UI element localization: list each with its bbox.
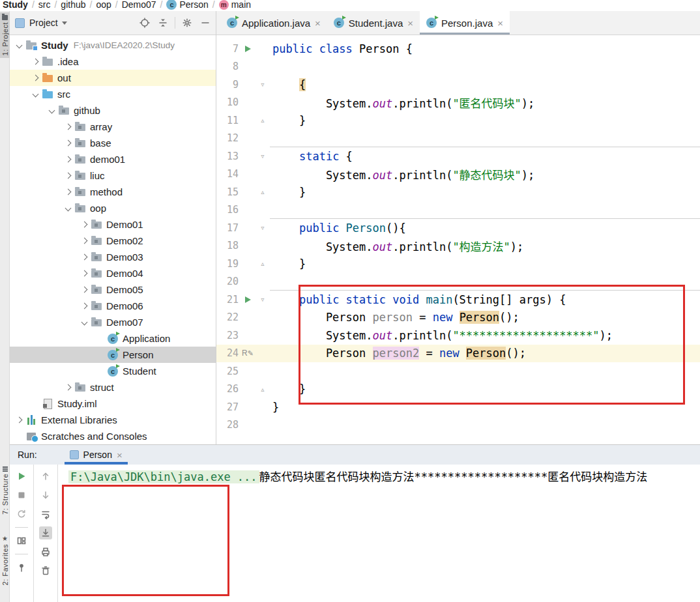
code-line-26[interactable]: 26▵ } [216, 380, 700, 399]
clear-button[interactable] [39, 564, 52, 577]
line-number[interactable]: 12 [216, 132, 240, 144]
breadcrumb-item-demo07[interactable]: Demo07 [122, 0, 156, 10]
code-line-21[interactable]: 21▿ public static void main(String[] arg… [216, 291, 700, 309]
code-line-15[interactable]: 15▵ } [216, 183, 700, 201]
tree-row-demo07[interactable]: Demo07 [10, 314, 216, 330]
chevron-right-icon[interactable] [14, 418, 25, 422]
run-line-icon[interactable] [240, 46, 255, 52]
collapse-all-button[interactable] [156, 16, 169, 29]
fold-close-icon[interactable]: ▵ [255, 115, 270, 125]
toolwindow-button-1-project[interactable]: 1: Project [0, 12, 10, 58]
chevron-right-icon[interactable] [79, 255, 90, 259]
chevron-right-icon[interactable] [63, 173, 74, 178]
rerun-failed-button[interactable] [15, 508, 28, 521]
toolwindow-button-7-structure[interactable]: 7: Structure [0, 464, 10, 517]
code-line-22[interactable]: 22 Person person = new Person(); [216, 309, 700, 327]
up-button[interactable] [39, 470, 52, 483]
code-line-9[interactable]: 9▿ { [216, 76, 700, 94]
tree-row-out[interactable]: out [10, 70, 216, 86]
tab-application-java[interactable]: cApplication.java× [220, 11, 327, 35]
chevron-right-icon[interactable] [79, 271, 90, 276]
chevron-right-icon[interactable] [63, 141, 74, 145]
code-line-27[interactable]: 27} [216, 398, 700, 416]
tree-row-array[interactable]: array [10, 119, 216, 135]
line-number[interactable]: 27 [216, 401, 240, 413]
tree-row-src[interactable]: src [10, 86, 216, 102]
locate-button[interactable] [138, 16, 151, 29]
code-line-11[interactable]: 11▵ } [216, 111, 700, 130]
tree-row-demo03[interactable]: Demo03 [10, 249, 216, 265]
breadcrumb-item-study[interactable]: Study [3, 0, 28, 10]
tree-row-demo02[interactable]: Demo02 [10, 233, 216, 249]
tree-row-base[interactable]: base [10, 135, 216, 151]
chevron-right-icon[interactable] [63, 385, 74, 390]
tree-row-external-libraries[interactable]: External Libraries [10, 412, 216, 428]
fold-close-icon[interactable]: ▵ [255, 259, 270, 268]
chevron-down-icon[interactable] [30, 92, 41, 96]
line-number[interactable]: 17 [216, 222, 240, 234]
code-editor[interactable]: 7public class Person {89▿ {10 System.out… [216, 35, 700, 444]
down-button[interactable] [39, 489, 52, 502]
line-number[interactable]: 7 [216, 43, 240, 55]
line-number[interactable]: 28 [216, 419, 240, 431]
tab-person-java[interactable]: cPerson.java× [420, 11, 510, 35]
breadcrumb-item-src[interactable]: src [38, 0, 51, 10]
rerun-button[interactable] [15, 470, 28, 483]
chevron-right-icon[interactable] [30, 76, 41, 80]
run-line-icon[interactable] [240, 296, 255, 303]
chevron-right-icon[interactable] [79, 238, 90, 243]
line-number[interactable]: 10 [216, 96, 240, 108]
line-number[interactable]: 26 [216, 383, 240, 395]
code-line-10[interactable]: 10 System.out.println("匿名代码块"); [216, 94, 700, 112]
code-line-8[interactable]: 8 [216, 58, 700, 76]
chevron-down-icon[interactable] [14, 43, 25, 48]
line-number[interactable]: 22 [216, 311, 240, 323]
close-icon[interactable]: × [117, 450, 123, 460]
tree-row-github[interactable]: github [10, 102, 216, 119]
chevron-down-icon[interactable] [46, 108, 57, 113]
code-line-25[interactable]: 25 [216, 362, 700, 380]
chevron-right-icon[interactable] [30, 59, 41, 64]
tree-row-demo06[interactable]: Demo06 [10, 298, 216, 314]
code-line-23[interactable]: 23 System.out.println("*****************… [216, 326, 700, 345]
chevron-right-icon[interactable] [79, 287, 90, 292]
line-number[interactable]: 14 [216, 168, 240, 180]
tree-row-person[interactable]: cPerson [10, 347, 216, 363]
line-number[interactable]: 23 [216, 330, 240, 341]
line-number[interactable]: 25 [216, 366, 240, 377]
breadcrumb-item-main[interactable]: mmain [219, 0, 251, 10]
chevron-right-icon[interactable] [63, 124, 74, 129]
code-line-17[interactable]: 17▿ public Person(){ [216, 219, 700, 237]
code-line-12[interactable]: 12 [216, 130, 700, 148]
tree-row-demo04[interactable]: Demo04 [10, 265, 216, 281]
run-tab-person[interactable]: Person × [65, 445, 128, 465]
tree-row-application[interactable]: cApplication [10, 330, 216, 347]
line-number[interactable]: 9 [216, 79, 240, 91]
line-number[interactable]: 13 [216, 150, 240, 162]
chevron-right-icon[interactable] [79, 222, 90, 227]
chevron-right-icon[interactable] [79, 304, 90, 308]
fold-open-icon[interactable]: ▿ [255, 79, 270, 89]
tree-row-demo01[interactable]: demo01 [10, 151, 216, 167]
tree-row-scratches-and-consoles[interactable]: Scratches and Consoles [10, 428, 216, 444]
pin-button[interactable] [15, 561, 28, 574]
line-number[interactable]: 20 [216, 276, 240, 287]
code-line-13[interactable]: 13▿ static { [216, 147, 700, 165]
chevron-down-icon[interactable] [62, 22, 67, 25]
print-button[interactable] [39, 545, 52, 558]
breadcrumb-item-github[interactable]: github [61, 0, 85, 10]
code-line-16[interactable]: 16 [216, 201, 700, 220]
tree-row-struct[interactable]: struct [10, 379, 216, 395]
settings-button[interactable] [181, 16, 194, 29]
tab-student-java[interactable]: cStudent.java× [327, 11, 420, 35]
code-line-28[interactable]: 28 [216, 416, 700, 435]
close-icon[interactable]: × [497, 18, 503, 28]
hide-button[interactable] [199, 16, 212, 29]
fold-open-icon[interactable]: ▿ [255, 151, 270, 161]
chevron-down-icon[interactable] [63, 206, 74, 210]
tree-row-oop[interactable]: oop [10, 200, 216, 216]
tree-row-study[interactable]: StudyF:\java\IDEA2020.2\Study [10, 37, 216, 53]
code-line-20[interactable]: 20 [216, 273, 700, 291]
tree-row-student[interactable]: cStudent [10, 363, 216, 379]
fold-open-icon[interactable]: ▿ [255, 294, 270, 304]
